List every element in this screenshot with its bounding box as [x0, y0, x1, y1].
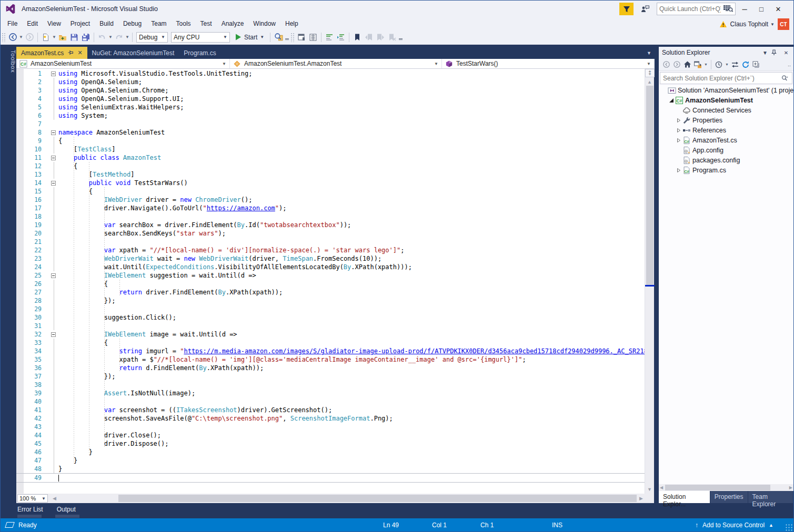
scroll-left-icon[interactable]: ◀ — [53, 496, 56, 501]
outlining-margin-cell[interactable] — [50, 221, 58, 229]
tree-item-solution-amazonseleniumtest-1-project-[interactable]: Solution 'AmazonSeleniumTest' (1 project… — [659, 85, 793, 95]
pin-icon[interactable] — [68, 50, 73, 56]
code-line-41[interactable]: 41 var screenshot = ((ITakesScreenshot)d… — [16, 406, 645, 414]
new-file-icon[interactable] — [40, 32, 52, 43]
code-line-25[interactable]: 25 IWebElement suggestion = wait.Until(d… — [16, 271, 645, 280]
code-line-39[interactable]: 39 Assert.IsNotNull(image); — [16, 389, 645, 397]
code-line-8[interactable]: 8namespace AmazonSeleniumTest — [16, 128, 645, 137]
toolbar-grip[interactable] — [2, 33, 6, 42]
maximize-icon[interactable]: □ — [753, 3, 769, 15]
indicator-margin-cell[interactable] — [16, 221, 24, 229]
breadcrumb-teststarwars-[interactable]: TestStarWars()▼ — [442, 59, 655, 68]
menu-view[interactable]: View — [43, 18, 66, 29]
minimize-icon[interactable]: ─ — [737, 3, 752, 15]
close-icon[interactable]: ✕ — [77, 49, 82, 56]
indicator-margin-cell[interactable] — [16, 322, 24, 330]
code-line-37[interactable]: 37 }); — [16, 372, 645, 381]
auto-hide-tab-error-list[interactable]: Error List — [17, 506, 43, 513]
expander-closed-icon[interactable] — [676, 128, 682, 133]
close-icon[interactable]: ✕ — [770, 3, 786, 15]
solution-platform-combo[interactable]: Any CPU▼ — [171, 32, 230, 43]
code-line-36[interactable]: 36 return d.FindElement(By.XPath(xpath))… — [16, 364, 645, 372]
code-line-31[interactable]: 31 — [16, 322, 645, 330]
code-line-46[interactable]: 46 } — [16, 448, 645, 456]
panel-tab-team-explorer[interactable]: Team Explorer — [748, 491, 793, 503]
status-character-number[interactable]: Ch 1 — [480, 521, 494, 529]
code-line-30[interactable]: 30 suggestion.Click(); — [16, 313, 645, 322]
outlining-margin-cell[interactable] — [50, 179, 58, 187]
code-line-6[interactable]: 6using System; — [16, 111, 645, 120]
indicator-margin-cell[interactable] — [16, 397, 24, 406]
indicator-margin-cell[interactable] — [16, 120, 24, 128]
next-bookmark-icon[interactable] — [375, 32, 386, 43]
breadcrumb-amazonseleniumtest-amazontest[interactable]: AmazonSeleniumTest.AmazonTest▼ — [230, 59, 442, 68]
outlining-margin-cell[interactable] — [50, 347, 58, 355]
scroll-right-icon[interactable]: ▶ — [639, 496, 643, 501]
scroll-right-icon[interactable]: ▶ — [789, 485, 792, 490]
fold-collapse-icon[interactable] — [51, 71, 56, 76]
outlining-margin-cell[interactable] — [50, 322, 58, 330]
outlining-margin-cell[interactable] — [50, 456, 58, 465]
status-column-number[interactable]: Col 1 — [432, 521, 447, 529]
menu-file[interactable]: File — [3, 18, 22, 29]
indicator-margin-cell[interactable] — [16, 288, 24, 296]
properties-window-icon[interactable] — [307, 32, 319, 43]
scroll-down-icon[interactable]: ▼ — [647, 487, 652, 492]
indicator-margin-cell[interactable] — [16, 474, 24, 482]
menu-analyze[interactable]: Analyze — [217, 18, 249, 29]
save-icon[interactable] — [68, 32, 80, 43]
comment-icon[interactable] — [324, 32, 335, 43]
tree-item-app-config[interactable]: App.config — [659, 145, 793, 155]
outlining-margin-cell[interactable] — [50, 381, 58, 389]
indicator-margin-cell[interactable] — [16, 389, 24, 397]
quick-launch-input[interactable] — [657, 5, 723, 13]
indicator-margin-cell[interactable] — [16, 111, 24, 120]
chevron-down-icon[interactable]: ▼ — [18, 32, 24, 43]
outlining-margin-cell[interactable] — [50, 280, 58, 288]
expander-closed-icon[interactable] — [676, 118, 682, 123]
outlining-margin-cell[interactable] — [50, 229, 58, 238]
chevron-down-icon[interactable]: ▼ — [222, 62, 226, 66]
code-line-34[interactable]: 34 string imgurl = "https://m.media-amaz… — [16, 347, 645, 355]
back-icon[interactable] — [661, 59, 671, 70]
document-tab-amazontest-cs[interactable]: AmazonTest.cs✕ — [16, 47, 87, 59]
editor-zoom-combo[interactable]: 100 %▼ — [17, 494, 48, 503]
indicator-margin-cell[interactable] — [16, 456, 24, 465]
outlining-margin-cell[interactable] — [50, 431, 58, 439]
fold-collapse-icon[interactable] — [51, 273, 56, 278]
user-area[interactable]: Claus Topholt ▼ CT — [719, 18, 789, 30]
home-icon[interactable] — [682, 59, 692, 70]
code-line-26[interactable]: 26 { — [16, 280, 645, 288]
tree-item-properties[interactable]: Properties — [659, 115, 793, 125]
outlining-margin-cell[interactable] — [50, 465, 58, 473]
indicator-margin-cell[interactable] — [16, 187, 24, 196]
redo-icon[interactable] — [113, 32, 125, 43]
indicator-margin-cell[interactable] — [16, 439, 24, 448]
expander-closed-icon[interactable] — [676, 168, 682, 173]
outlining-margin-cell[interactable] — [50, 397, 58, 406]
code-line-3[interactable]: 3using OpenQA.Selenium.Chrome; — [16, 86, 645, 95]
switch-views-icon[interactable] — [692, 59, 703, 70]
indicator-margin-cell[interactable] — [16, 204, 24, 212]
outlining-margin-cell[interactable] — [50, 145, 58, 154]
indicator-margin-cell[interactable] — [16, 339, 24, 347]
toolbox-tab[interactable]: Toolbox — [5, 47, 16, 77]
outlining-margin-cell[interactable] — [50, 128, 58, 137]
indicator-margin-cell[interactable] — [16, 179, 24, 187]
find-in-files-icon[interactable] — [273, 32, 284, 43]
indicator-margin-cell[interactable] — [16, 271, 24, 280]
outlining-margin-cell[interactable] — [50, 111, 58, 120]
sync-with-active-document-icon[interactable] — [730, 59, 740, 70]
expander-open-icon[interactable] — [668, 98, 675, 103]
solution-explorer-search-input[interactable] — [660, 75, 781, 82]
chevron-down-icon[interactable]: ▼ — [52, 32, 57, 43]
indicator-margin-cell[interactable] — [16, 238, 24, 246]
breadcrumb-amazonseleniumtest[interactable]: C#AmazonSeleniumTest▼ — [16, 59, 230, 68]
code-line-49[interactable]: 49 — [16, 473, 645, 483]
outlining-margin-cell[interactable] — [50, 389, 58, 397]
uncomment-icon[interactable] — [335, 32, 347, 43]
indicator-margin-cell[interactable] — [16, 263, 24, 271]
scrollbar-splitter-handle[interactable]: ‡ — [645, 69, 655, 77]
pending-changes-icon[interactable] — [713, 59, 724, 70]
chevron-down-icon[interactable]: ▼ — [725, 63, 729, 66]
